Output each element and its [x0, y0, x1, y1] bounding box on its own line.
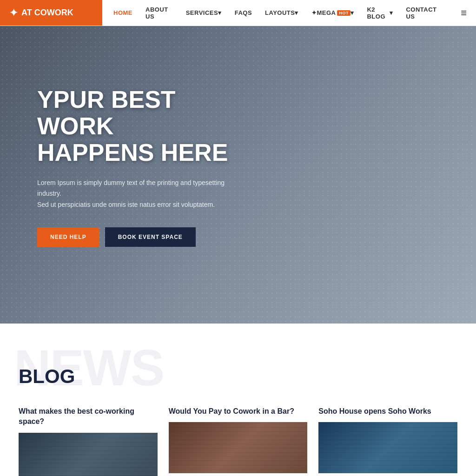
- hero-content: YPUR BEST WORK HAPPENS HERE Lorem Ipsum …: [0, 26, 279, 275]
- blog-cards-grid: What makes the best co-working space? Wo…: [19, 406, 457, 476]
- hero-buttons: NEED HELP BOOK EVENT SPACE: [37, 227, 242, 247]
- brand-logo[interactable]: ✦ AT COWORK: [0, 0, 102, 26]
- nav-item-faqs[interactable]: FAQS: [228, 0, 258, 26]
- blog-card-2[interactable]: Would You Pay to Cowork in a Bar?: [169, 406, 308, 476]
- logo-icon: ✦: [9, 7, 18, 19]
- book-event-button[interactable]: BOOK EVENT SPACE: [105, 227, 196, 247]
- navbar: ✦ AT COWORK HOME ABOUT US SERVICES ▾ FAQ…: [0, 0, 476, 26]
- nav-item-mega[interactable]: ✦ MEGA HOT ▾: [305, 0, 361, 26]
- nav-item-services[interactable]: SERVICES ▾: [179, 0, 228, 26]
- hamburger-menu[interactable]: ≡: [451, 0, 476, 26]
- img-texture: [169, 422, 308, 473]
- nav-menu: HOME ABOUT US SERVICES ▾ FAQS LAYOUTS ▾ …: [102, 0, 451, 26]
- img-texture: [19, 433, 158, 476]
- blog-card-2-image: [169, 422, 308, 473]
- nav-item-home[interactable]: HOME: [107, 0, 139, 26]
- blog-card-1[interactable]: What makes the best co-working space?: [19, 406, 158, 476]
- blog-card-3-title: Soho House opens Soho Works: [318, 406, 457, 416]
- nav-item-contact[interactable]: CONTACT US: [399, 0, 447, 26]
- brand-name: AT COWORK: [21, 8, 73, 18]
- hero-section: YPUR BEST WORK HAPPENS HERE Lorem Ipsum …: [0, 26, 476, 324]
- need-help-button[interactable]: NEED HELP: [37, 227, 99, 247]
- blog-section: NEWS BLOG What makes the best co-working…: [0, 324, 476, 476]
- hero-subtitle: Lorem Ipsum is simply dummy text of the …: [37, 178, 242, 211]
- nav-item-layouts[interactable]: LAYOUTS ▾: [258, 0, 305, 26]
- hero-title: YPUR BEST WORK HAPPENS HERE: [37, 86, 242, 166]
- hot-badge: HOT: [337, 10, 350, 16]
- blog-card-1-title: What makes the best co-working space?: [19, 406, 158, 427]
- blog-card-3-image: [318, 422, 457, 473]
- nav-item-k2blog[interactable]: K2 BLOG ▾: [360, 0, 399, 26]
- img-texture: [318, 422, 457, 473]
- nav-item-about[interactable]: ABOUT US: [139, 0, 179, 26]
- blog-card-3[interactable]: Soho House opens Soho Works: [318, 406, 457, 476]
- blog-section-title: BLOG: [19, 351, 457, 388]
- blog-card-1-image: [19, 433, 158, 476]
- blog-header: NEWS BLOG: [19, 351, 457, 388]
- blog-card-2-title: Would You Pay to Cowork in a Bar?: [169, 406, 308, 416]
